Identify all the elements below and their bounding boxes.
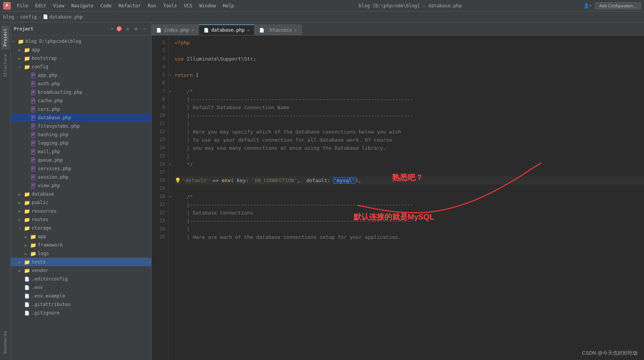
tab-structure[interactable]: Structure (1, 51, 9, 80)
tree-item-storage[interactable]: ▾📁storage (11, 224, 151, 232)
code-content[interactable]: <?phpuse Illuminate\Support\Str;▾return … (169, 35, 644, 360)
code-line-16: ▾ */ (175, 160, 644, 168)
fold-arrow-7[interactable]: ▾ (169, 87, 172, 95)
tree-item-.gitignore[interactable]: 📄.gitignore (11, 309, 151, 317)
tab-close-.htaccess[interactable]: × (294, 28, 297, 33)
return-statement: return [ (175, 71, 199, 79)
tab-file-icon-.htaccess: 📄 (259, 28, 265, 33)
tree-item-logs[interactable]: ▶📁logs (11, 249, 151, 258)
breadcrumb-sep2: › (39, 14, 41, 20)
collapse-icon[interactable]: ⇆ (124, 25, 131, 32)
window-title: blog [D:\phpcode\blog] - database.php (237, 3, 583, 8)
editor-tab-.htaccess[interactable]: 📄.htaccess× (255, 24, 302, 35)
menu-help[interactable]: Help (220, 2, 237, 9)
breadcrumb-file[interactable]: 📄database.php (43, 14, 83, 20)
use-statement: use Illuminate\Support\Str; (175, 55, 256, 63)
tree-label-framework: framework (38, 242, 63, 248)
watermark: CSDN @今天也好好吃饭 (582, 349, 638, 357)
tree-item-.editorconfig[interactable]: 📄.editorconfig (11, 275, 151, 283)
tab-bookmarks[interactable]: Bookmarks (1, 328, 9, 357)
tree-item-public[interactable]: ▶📁public (11, 198, 151, 207)
tree-item-logging.php[interactable]: Plogging.php (11, 139, 151, 147)
menu-code[interactable]: Code (98, 2, 115, 9)
tree-item-queue.php[interactable]: Pqueue.php (11, 156, 151, 164)
tree-item-hashing.php[interactable]: Phashing.php (11, 130, 151, 139)
menu-run[interactable]: Run (145, 2, 159, 9)
code-line-6 (175, 79, 644, 87)
menu-vcs[interactable]: VCS (181, 2, 196, 9)
fold-arrow-20[interactable]: ▾ (169, 193, 172, 201)
tab-label-.htaccess: .htaccess (267, 27, 292, 33)
comment-line-7: /* (175, 87, 193, 95)
tree-item-tests[interactable]: ▶📁tests (11, 258, 151, 266)
user-icon[interactable]: 👤▾ (583, 3, 592, 8)
add-configuration-button[interactable]: Add Configuration... (595, 2, 641, 9)
locate-icon[interactable]: 🎯 (116, 25, 123, 32)
breadcrumb-config[interactable]: config (20, 14, 37, 20)
tree-label-.gitignore: .gitignore (32, 310, 59, 316)
code-line-9: | Default Database Connection Name (175, 103, 644, 112)
code-line-23: |---------------------------------------… (175, 217, 644, 225)
tree-item-routes[interactable]: ▶📁routes (11, 215, 151, 224)
tree-item-vendor[interactable]: ▶📁vendor (11, 266, 151, 275)
breadcrumb-blog[interactable]: blog (3, 14, 14, 20)
tree-item-app.php[interactable]: Papp.php (11, 71, 151, 79)
menu-window[interactable]: Window (196, 2, 219, 9)
project-panel-header: Project ▾ 🎯 ⇆ ⚙ − (11, 22, 151, 35)
tree-item-broadcasting.php[interactable]: Pbroadcasting.php (11, 88, 151, 96)
vertical-tabs: Project Structure Bookmarks (0, 22, 11, 360)
menu-file[interactable]: File (14, 2, 31, 9)
tree-item-session.php[interactable]: Psession.php (11, 173, 151, 181)
tree-item-services.php[interactable]: Pservices.php (11, 164, 151, 173)
comment-line-23: |---------------------------------------… (175, 217, 413, 225)
tree-item-auth.php[interactable]: Pauth.php (11, 79, 151, 88)
tree-item-.gitattributes[interactable]: 📄.gitattributes (11, 300, 151, 309)
dropdown-arrow[interactable]: ▾ (111, 26, 113, 31)
tree-item-blog-root[interactable]: ▾📁blog D:\phpcode\blog (11, 37, 151, 46)
tree-item-config[interactable]: ▾📁config (11, 63, 151, 71)
code-line-22: | Database Connections (175, 209, 644, 217)
code-line-3: use Illuminate\Support\Str; (175, 55, 644, 63)
tree-item-.env[interactable]: 📄.env (11, 283, 151, 292)
fold-arrow-16[interactable]: ▾ (169, 160, 172, 168)
app-logo: P (3, 2, 11, 10)
menu-navigate[interactable]: Navigate (68, 2, 97, 9)
close-panel-icon[interactable]: − (141, 25, 148, 32)
menu-tools[interactable]: Tools (160, 2, 180, 9)
fold-arrow-5[interactable]: ▾ (169, 71, 172, 79)
tree-label-database.php: database.php (38, 115, 71, 120)
editor-tab-database.php[interactable]: 📄database.php× (199, 24, 255, 35)
tab-close-index.php[interactable]: × (191, 28, 194, 33)
tab-close-database.php[interactable]: × (247, 28, 250, 33)
menu-bar[interactable]: FileEditViewNavigateCodeRefactorRunTools… (14, 2, 237, 9)
tree-item-resources[interactable]: ▶📁resources (11, 207, 151, 215)
tree-item-.env.example[interactable]: 📄.env.example (11, 292, 151, 300)
code-line-1: <?php (175, 39, 644, 47)
left-panel: Project ▾ 🎯 ⇆ ⚙ − ▾📁blog D:\phpcode\blog… (11, 22, 152, 360)
tree-item-filesystems.php[interactable]: Pfilesystems.php (11, 122, 151, 130)
editor-tab-index.php[interactable]: 📄index.php× (152, 24, 199, 35)
menu-edit[interactable]: Edit (32, 2, 49, 9)
tree-item-mail.php[interactable]: Pmail.php (11, 147, 151, 156)
code-line-4 (175, 63, 644, 71)
tree-item-cache.php[interactable]: Pcache.php (11, 96, 151, 105)
comment-line-12: | Here you may specify which of the data… (175, 128, 401, 136)
tree-item-framework[interactable]: ▶📁framework (11, 241, 151, 249)
lightbulb-icon[interactable]: 💡 (175, 176, 181, 184)
code-line-12: | Here you may specify which of the data… (175, 128, 644, 136)
tree-item-app[interactable]: ▶📁app (11, 46, 151, 54)
menu-refactor[interactable]: Refactor (115, 2, 144, 9)
tree-item-database[interactable]: ▶📁database (11, 190, 151, 198)
code-area: 1234567891011121314151617181920212223242… (152, 35, 644, 360)
tree-item-app-storage[interactable]: ▶📁app (11, 232, 151, 241)
tree-item-cors.php[interactable]: Pcors.php (11, 105, 151, 113)
tree-item-database.php[interactable]: Pdatabase.php (11, 113, 151, 122)
code-line-24: | (175, 225, 644, 233)
menu-view[interactable]: View (50, 2, 67, 9)
tree-item-view.php[interactable]: Pview.php (11, 181, 151, 190)
tree-item-bootstrap[interactable]: ▶📁bootstrap (11, 54, 151, 63)
tree-label-logging.php: logging.php (38, 140, 68, 146)
settings-icon[interactable]: ⚙ (133, 25, 140, 32)
tab-project[interactable]: Project (1, 25, 9, 49)
tree-label-config: config (32, 64, 48, 69)
